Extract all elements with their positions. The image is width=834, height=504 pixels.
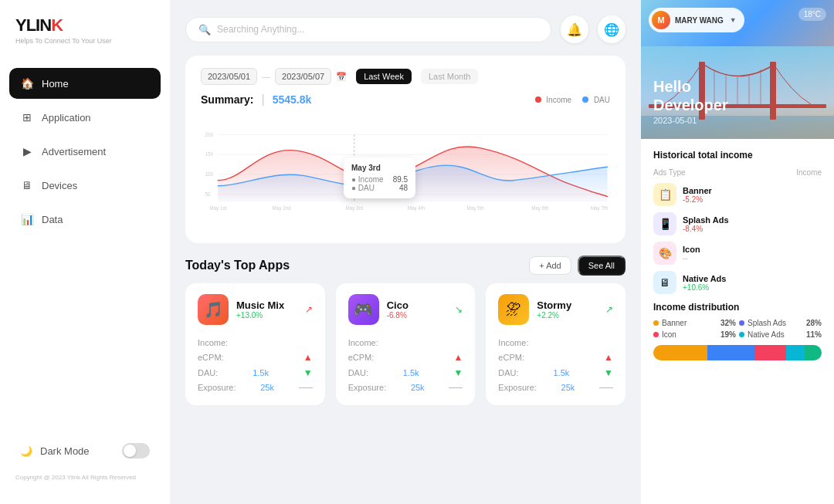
income-row-music: Income: <box>198 336 313 350</box>
sidebar-item-advertisement[interactable]: ▶ Advertisement <box>9 136 161 167</box>
tab-last-week[interactable]: Last Week <box>356 69 412 84</box>
tooltip-income-value: 89.5 <box>393 175 408 184</box>
splash-dot <box>739 320 744 326</box>
notification-button[interactable]: 🔔 <box>561 15 588 43</box>
ecpm-arrow-music: ▲ <box>303 352 313 363</box>
sidebar-item-advertisement-label: Advertisement <box>42 146 106 157</box>
exposure-row-cico: Exposure: 25k <box>348 381 463 394</box>
chart-header: 2023/05/01 — 2023/05/07 📅 Last Week Last… <box>201 68 610 85</box>
home-icon: 🏠 <box>20 76 34 90</box>
tooltip-date: May 3rd <box>351 164 408 172</box>
native-name: Native Ads <box>683 274 726 283</box>
globe-button[interactable]: 🌐 <box>598 15 626 43</box>
app-icon-music: 🎵 <box>198 294 229 325</box>
bar-seg-native <box>786 345 805 360</box>
dist-item-banner: Banner 32% <box>653 319 736 327</box>
app-card-cico: 🎮 Cico -6.8% ↘ Income: eCPM: ▲ <box>336 283 476 405</box>
search-box[interactable]: 🔍 Searching Anything... <box>185 17 551 42</box>
app-change-music: +13.0% <box>236 311 284 320</box>
date-to[interactable]: 2023/05/07 <box>275 68 331 85</box>
native-icon: 🖥 <box>653 271 676 294</box>
apps-grid: 🎵 Music Mix +13.0% ↗ Income: eCPM: ▲ <box>185 283 626 405</box>
tab-last-month[interactable]: Last Month <box>421 69 478 84</box>
app-change-cico: -6.8% <box>387 311 409 320</box>
sidebar-item-devices[interactable]: 🖥 Devices <box>9 170 161 201</box>
moon-icon: 🌙 <box>20 445 32 457</box>
date-from[interactable]: 2023/05/01 <box>201 68 257 85</box>
app-card-header-stormy: ⛈ Stormy +2.2% ↗ <box>498 294 613 325</box>
search-icon: 🔍 <box>198 24 211 36</box>
exposure-row-music: Exposure: 25k <box>198 381 313 394</box>
dau-row-stormy: DAU: 1.5k ▼ <box>498 365 613 381</box>
app-stats-cico: Income: eCPM: ▲ DAU: 1.5k ▼ Exposure: 25… <box>348 336 463 394</box>
sidebar-item-application-label: Application <box>42 112 91 123</box>
tooltip-dau-value: 48 <box>399 184 408 192</box>
app-icon-stormy: ⛈ <box>498 294 529 325</box>
bar-seg-banner <box>653 345 707 360</box>
right-panel: M MARY WANG ▼ 18°C Hello Developer 2023-… <box>641 0 834 504</box>
dark-mode-label: Dark Mode <box>40 445 90 457</box>
svg-text:May 4th: May 4th <box>408 205 425 211</box>
app-card-music-mix: 🎵 Music Mix +13.0% ↗ Income: eCPM: ▲ <box>185 283 325 405</box>
banner-icon: 📋 <box>653 183 676 206</box>
svg-text:May 2nd: May 2nd <box>273 205 292 211</box>
hero-overlay: Hello Developer 2023-05-01 <box>653 77 728 125</box>
icon-name: Icon <box>683 245 700 254</box>
hero-weather: 18°C <box>798 8 826 21</box>
svg-text:May 1st: May 1st <box>209 205 226 211</box>
app-icon-cico: 🎮 <box>348 294 379 325</box>
bar-seg-other <box>805 345 822 360</box>
banner-dot <box>653 320 659 326</box>
dist-legend: Banner 32% Splash Ads 28% Icon 19% Nativ… <box>653 319 822 339</box>
income-row-cico: Income: <box>348 336 463 350</box>
svg-rect-21 <box>770 62 776 120</box>
splash-name: Splash Ads <box>683 215 729 225</box>
sidebar-item-application[interactable]: ⊞ Application <box>9 102 161 133</box>
dist-item-native: Native Ads 11% <box>739 330 822 339</box>
svg-text:May 5th: May 5th <box>467 205 485 211</box>
svg-text:150: 150 <box>205 151 214 157</box>
ecpm-row-stormy: eCPM: ▲ <box>498 350 613 365</box>
icon-dot <box>653 332 659 337</box>
main-content: 🔍 Searching Anything... 🔔 🌐 2023/05/01 —… <box>170 0 641 504</box>
app-name-music: Music Mix <box>236 299 284 311</box>
svg-text:May 3rd: May 3rd <box>345 205 363 211</box>
dropdown-icon[interactable]: ▼ <box>730 16 737 24</box>
ecpm-row-cico: eCPM: ▲ <box>348 350 463 365</box>
add-button[interactable]: + Add <box>529 256 571 275</box>
summary-title: Summary: <box>201 93 253 106</box>
sidebar-item-data[interactable]: 📊 Data <box>9 204 161 235</box>
see-all-button[interactable]: See All <box>578 255 626 276</box>
top-bar: 🔍 Searching Anything... 🔔 🌐 <box>185 15 626 43</box>
dist-item-splash: Splash Ads 28% <box>739 319 822 327</box>
copyright-text: Copyright @ 2023 Ylink All Rights Reserv… <box>0 466 170 489</box>
trend-icon-music: ↗ <box>305 304 313 315</box>
legend-dau: DAU <box>582 96 610 104</box>
panel-body: Historical total income Ads Type Income … <box>641 139 834 504</box>
exposure-separator-music <box>299 387 313 388</box>
dark-mode-toggle[interactable] <box>122 443 150 458</box>
sidebar-item-data-label: Data <box>42 214 63 225</box>
trend-icon-cico: ↘ <box>455 304 463 315</box>
header-actions: + Add See All <box>529 255 626 276</box>
exposure-separator-stormy <box>599 387 613 388</box>
hero-greeting: Hello Developer <box>653 77 728 114</box>
historical-title: Historical total income <box>653 150 822 161</box>
logo-area: YLINK Helps To Connect To Your User <box>0 15 170 60</box>
icon-change: -- <box>683 254 700 262</box>
top-apps-section: Today's Top Apps + Add See All 🎵 Music M… <box>185 255 626 405</box>
app-card-header-cico: 🎮 Cico -6.8% ↘ <box>348 294 463 325</box>
search-placeholder: Searching Anything... <box>217 24 304 35</box>
sidebar-item-home[interactable]: 🏠 Home <box>9 68 161 99</box>
summary-value: 5545.8k <box>273 93 312 106</box>
bar-seg-splash <box>707 345 754 360</box>
top-apps-header: Today's Top Apps + Add See All <box>185 255 626 276</box>
svg-text:50: 50 <box>205 191 211 197</box>
income-dist-title: Income distribution <box>653 302 822 313</box>
ecpm-row-music: eCPM: ▲ <box>198 350 313 365</box>
trend-icon-stormy: ↗ <box>605 304 613 315</box>
chart-legend: Income DAU <box>535 96 610 104</box>
panel-hero: M MARY WANG ▼ 18°C Hello Developer 2023-… <box>641 0 834 139</box>
exposure-row-stormy: Exposure: 25k <box>498 381 613 394</box>
user-row: M MARY WANG ▼ <box>649 8 744 32</box>
